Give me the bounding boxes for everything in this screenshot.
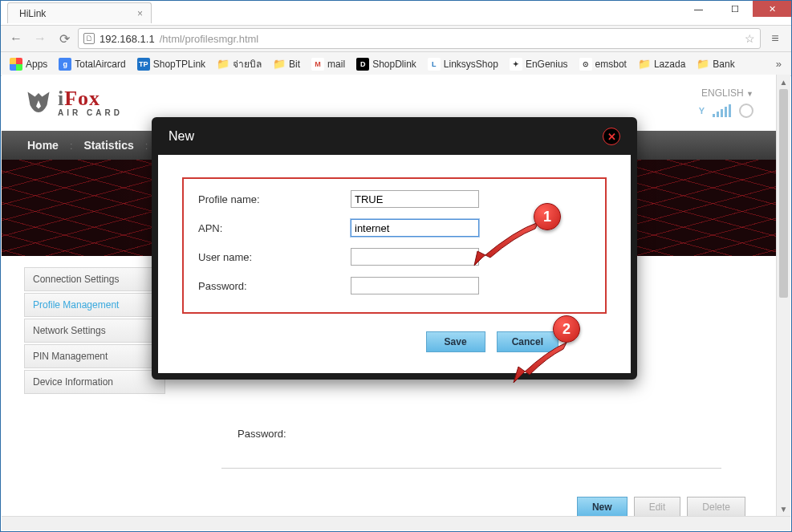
sidebar-item[interactable]: Network Settings bbox=[24, 319, 165, 343]
folder-icon: 📁 bbox=[273, 58, 286, 71]
signal-icon bbox=[713, 104, 731, 117]
delete-button[interactable]: Delete bbox=[687, 497, 745, 518]
scroll-thumb[interactable] bbox=[779, 89, 788, 298]
scroll-up-icon[interactable]: ▲ bbox=[777, 75, 790, 89]
address-bar[interactable]: 🗋 192.168.1.1/html/profilesmgr.html ☆ bbox=[78, 28, 761, 49]
folder-icon: 📁 bbox=[638, 58, 651, 71]
bookmark-label: EnGenius bbox=[526, 59, 568, 70]
profile-name-label: Profile name: bbox=[198, 193, 351, 205]
bookmark-item[interactable]: 📁Lazada bbox=[634, 54, 689, 74]
apps-shortcut[interactable]: Apps bbox=[6, 55, 51, 73]
folder-icon: 📁 bbox=[697, 58, 709, 71]
dialog-title: New bbox=[169, 129, 194, 144]
apps-label: Apps bbox=[26, 59, 47, 70]
bookmark-label: Lazada bbox=[654, 59, 685, 70]
scroll-down-icon[interactable]: ▼ bbox=[777, 502, 790, 516]
edit-button[interactable]: Edit bbox=[634, 497, 681, 518]
bookmark-item[interactable]: TPShopTPLink bbox=[133, 54, 209, 74]
vertical-scrollbar[interactable]: ▲ ▼ bbox=[776, 75, 790, 516]
back-button[interactable]: ← bbox=[6, 28, 26, 49]
bookmark-label: Bit bbox=[289, 59, 300, 70]
username-label: User name: bbox=[198, 251, 351, 263]
logo-text-i: i bbox=[58, 87, 64, 110]
favicon: TP bbox=[137, 58, 150, 71]
bookmark-star-icon[interactable]: ☆ bbox=[745, 32, 755, 45]
bookmark-item[interactable]: LLinksysShop bbox=[424, 54, 502, 74]
bookmark-label: ShopTPLink bbox=[153, 59, 205, 70]
chrome-menu-button[interactable]: ≡ bbox=[764, 28, 786, 49]
bookmarks-bar: Apps gTotalAircardTPShopTPLink📁จ่ายบิล📁B… bbox=[1, 52, 791, 76]
favicon: L bbox=[428, 58, 441, 71]
chevron-down-icon: ▼ bbox=[746, 90, 753, 98]
apn-label: APN: bbox=[198, 222, 351, 234]
favicon: ✦ bbox=[510, 58, 522, 71]
logo-text-fox: Fox bbox=[64, 87, 100, 110]
bookmark-label: ShopDlink bbox=[372, 59, 416, 70]
window-maximize-button[interactable]: ☐ bbox=[717, 1, 753, 17]
sidebar-item[interactable]: PIN Management bbox=[24, 344, 165, 368]
browser-tab-title: HiLink bbox=[19, 8, 131, 19]
nav-item-statistics[interactable]: Statistics bbox=[73, 131, 145, 160]
bookmark-label: จ่ายบิล bbox=[233, 56, 262, 71]
background-password-label: Password: bbox=[238, 428, 286, 440]
password-input[interactable] bbox=[351, 277, 479, 294]
browser-tab[interactable]: HiLink × bbox=[7, 2, 152, 23]
bookmarks-overflow-icon[interactable]: » bbox=[771, 58, 786, 70]
bookmark-label: mail bbox=[327, 59, 345, 70]
password-label: Password: bbox=[198, 280, 351, 292]
bookmark-label: emsbot bbox=[595, 59, 627, 70]
browser-toolbar: ← → ⟳ 🗋 192.168.1.1/html/profilesmgr.htm… bbox=[1, 25, 791, 52]
annotation-arrow-2 bbox=[509, 338, 573, 386]
network-type-icon: Y bbox=[699, 106, 705, 116]
new-button[interactable]: New bbox=[577, 497, 628, 518]
folder-icon: 📁 bbox=[217, 58, 229, 71]
bookmark-item[interactable]: 📁Bit bbox=[269, 54, 304, 74]
annotation-badge-1: 1 bbox=[534, 203, 561, 230]
nav-item-home[interactable]: Home bbox=[16, 131, 70, 160]
dialog-close-button[interactable]: ✕ bbox=[603, 128, 620, 145]
window-minimize-button[interactable]: — bbox=[680, 1, 717, 17]
url-path: /html/profilesmgr.html bbox=[160, 33, 259, 45]
favicon: D bbox=[356, 58, 369, 71]
bookmark-item[interactable]: ✦EnGenius bbox=[506, 54, 572, 74]
favicon: ⊙ bbox=[579, 58, 592, 71]
logo-subtitle: AIR CARD bbox=[58, 109, 123, 117]
forward-button[interactable]: → bbox=[30, 28, 51, 49]
url-host: 192.168.1.1 bbox=[100, 33, 155, 45]
bookmark-item[interactable]: 📁จ่ายบิล bbox=[213, 54, 266, 74]
language-selector[interactable]: ENGLISH ▼ bbox=[699, 87, 753, 99]
bookmark-item[interactable]: ⊙emsbot bbox=[575, 54, 631, 74]
bookmark-item[interactable]: gTotalAircard bbox=[55, 54, 129, 74]
bookmark-label: TotalAircard bbox=[75, 59, 125, 70]
window-close-button[interactable]: ✕ bbox=[753, 1, 791, 17]
fox-icon bbox=[24, 88, 53, 117]
apps-icon bbox=[10, 58, 22, 71]
sidebar-item[interactable]: Connection Settings bbox=[24, 267, 165, 291]
apn-input[interactable] bbox=[351, 219, 479, 237]
settings-sidebar: Connection SettingsProfile ManagementNet… bbox=[24, 267, 165, 524]
brand-logo: iFox AIR CARD bbox=[24, 88, 123, 117]
browser-tab-strip: HiLink × bbox=[1, 1, 679, 23]
page-icon: 🗋 bbox=[83, 33, 95, 44]
save-button[interactable]: Save bbox=[426, 331, 485, 352]
sidebar-item[interactable]: Profile Management bbox=[24, 293, 165, 317]
bookmark-item[interactable]: Mmail bbox=[307, 54, 349, 74]
favicon: g bbox=[59, 58, 71, 71]
sidebar-item[interactable]: Device Information bbox=[24, 370, 165, 394]
reload-button[interactable]: ⟳ bbox=[54, 28, 75, 49]
bookmark-label: LinksysShop bbox=[444, 59, 498, 70]
globe-icon bbox=[739, 104, 753, 118]
bookmark-item[interactable]: 📁Bank bbox=[692, 54, 738, 74]
horizontal-scrollbar[interactable] bbox=[2, 516, 790, 530]
favicon: M bbox=[311, 58, 324, 71]
username-input[interactable] bbox=[351, 248, 479, 266]
tab-close-icon[interactable]: × bbox=[137, 8, 143, 19]
annotation-badge-2: 2 bbox=[553, 315, 580, 343]
bookmark-item[interactable]: DShopDlink bbox=[352, 54, 420, 74]
bookmark-label: Bank bbox=[713, 59, 734, 70]
profile-name-input[interactable] bbox=[351, 190, 479, 208]
